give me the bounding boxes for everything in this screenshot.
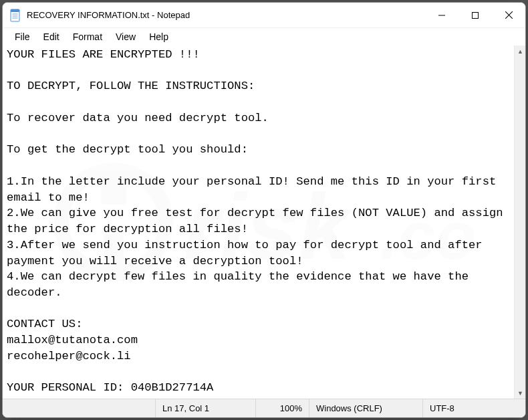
editor-container: risk .com YOUR FILES ARE ENCRYPTED !!! T… <box>3 45 525 399</box>
svg-rect-6 <box>473 12 479 18</box>
status-encoding: UTF-8 <box>422 399 525 417</box>
window-frame: RECOVERY INFORMATION.txt - Notepad File … <box>2 2 526 418</box>
close-button[interactable] <box>492 3 525 28</box>
status-empty <box>3 399 155 417</box>
scroll-down-icon[interactable]: ▼ <box>515 387 525 399</box>
menu-file[interactable]: File <box>8 29 37 44</box>
menu-help[interactable]: Help <box>142 29 175 44</box>
vertical-scrollbar[interactable]: ▲ ▼ <box>514 45 525 399</box>
svg-line-7 <box>505 11 513 19</box>
svg-rect-1 <box>11 9 19 12</box>
minimize-button[interactable] <box>425 3 458 28</box>
titlebar[interactable]: RECOVERY INFORMATION.txt - Notepad <box>3 3 525 28</box>
menubar: File Edit Format View Help <box>3 28 525 45</box>
menu-edit[interactable]: Edit <box>37 29 66 44</box>
menu-format[interactable]: Format <box>66 29 109 44</box>
text-area[interactable]: YOUR FILES ARE ENCRYPTED !!! TO DECRYPT,… <box>3 45 514 399</box>
status-cursor-position: Ln 17, Col 1 <box>155 399 255 417</box>
svg-line-8 <box>505 11 513 19</box>
maximize-button[interactable] <box>458 3 492 28</box>
notepad-icon <box>9 9 21 22</box>
scroll-up-icon[interactable]: ▲ <box>515 45 525 57</box>
window-title: RECOVERY INFORMATION.txt - Notepad <box>27 10 190 20</box>
menu-view[interactable]: View <box>109 29 142 44</box>
status-zoom[interactable]: 100% <box>255 399 309 417</box>
status-bar: Ln 17, Col 1 100% Windows (CRLF) UTF-8 <box>3 399 525 417</box>
status-line-ending: Windows (CRLF) <box>309 399 422 417</box>
